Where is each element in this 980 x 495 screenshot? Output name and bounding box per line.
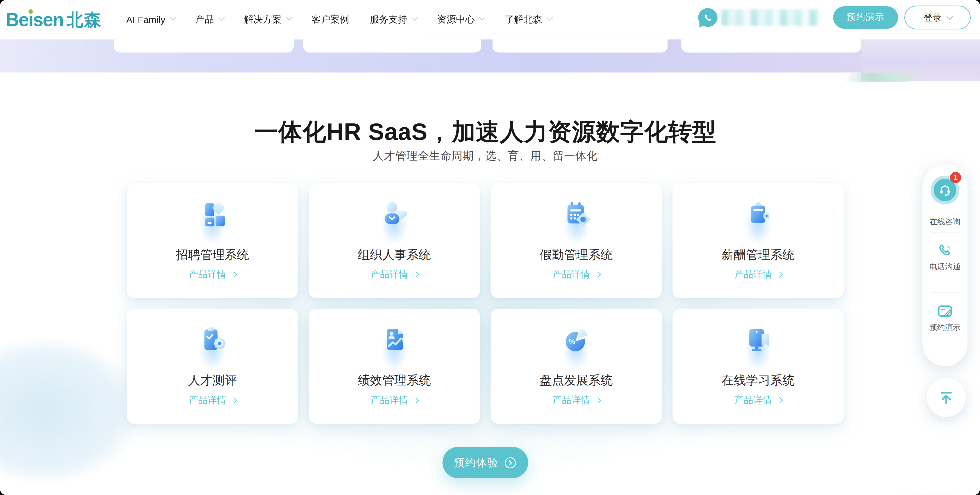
book-trial-button[interactable]: 预约体验 — [442, 447, 528, 478]
partial-card — [681, 40, 861, 53]
product-detail-link[interactable]: 产品详情 — [490, 394, 662, 406]
product-grid: 招聘管理系统 产品详情 组织人事系统 产品详情 — [127, 183, 844, 423]
chevron-right-icon — [231, 397, 237, 403]
product-card-attendance[interactable]: 假勤管理系统 产品详情 — [490, 183, 662, 298]
product-card-performance[interactable]: 绩效管理系统 产品详情 — [309, 309, 480, 424]
nav-item-customer-cases[interactable]: 客户案例 — [312, 14, 349, 25]
chevron-down-icon — [169, 14, 176, 21]
product-card-compensation[interactable]: 薪酬管理系统 产品详情 — [673, 183, 844, 298]
nav-item-resource-center[interactable]: 资源中心 — [437, 14, 484, 25]
clipboard-gear-icon — [197, 325, 228, 356]
product-detail-link[interactable]: 产品详情 — [127, 269, 298, 280]
product-detail-link[interactable]: 产品详情 — [673, 269, 844, 280]
wallet-icon — [743, 199, 774, 230]
product-detail-link[interactable]: 产品详情 — [309, 394, 480, 406]
chevron-down-icon — [286, 14, 292, 21]
top-navigation-bar: Beısen 北森 AI Family 产品 解决方案 客户案例 服务支持 资源… — [0, 0, 980, 40]
product-card-talent-review[interactable]: % 盘点发展系统 产品详情 — [490, 309, 662, 424]
floating-contact-toolbar: 1 在线咨询 电话沟通 预约演示 — [923, 164, 967, 366]
arrow-up-icon — [938, 389, 955, 406]
main-nav: AI Family 产品 解决方案 客户案例 服务支持 资源中心 了解北森 — [126, 0, 552, 40]
divider — [931, 292, 959, 292]
report-chart-icon — [379, 325, 410, 356]
logo-wordmark: Beısen — [6, 9, 64, 30]
product-card-core-hr[interactable]: 组织人事系统 产品详情 — [309, 183, 480, 298]
page-title: 一体化HR SaaS，加速人力资源数字化转型 — [127, 116, 844, 148]
chevron-right-icon — [595, 272, 601, 278]
beisen-logo[interactable]: Beısen 北森 — [6, 0, 102, 40]
person-heart-icon — [379, 199, 410, 230]
background-bottom-blob — [784, 477, 980, 495]
beisen-homepage: Beısen 北森 AI Family 产品 解决方案 客户案例 服务支持 资源… — [0, 0, 980, 495]
chevron-down-icon — [411, 14, 418, 21]
logo-cjk: 北森 — [67, 8, 102, 31]
back-to-top-button[interactable] — [927, 378, 966, 417]
product-card-recruiting[interactable]: 招聘管理系统 产品详情 — [127, 183, 298, 298]
app-blocks-icon — [197, 199, 228, 230]
chevron-down-icon — [479, 14, 485, 21]
product-detail-link[interactable]: 产品详情 — [673, 394, 844, 406]
chevron-down-icon — [946, 13, 953, 19]
product-card-online-learning[interactable]: 在线学习系统 产品详情 — [673, 309, 844, 424]
form-pen-icon — [936, 302, 954, 320]
chevron-right-icon — [231, 272, 237, 278]
chevron-right-icon — [413, 272, 419, 278]
nav-item-solutions[interactable]: 解决方案 — [244, 14, 291, 25]
contact-phone — [698, 8, 819, 27]
chevron-down-icon — [546, 14, 552, 21]
book-demo-button[interactable]: 预约演示 — [833, 6, 898, 29]
page-subtitle: 人才管理全生命周期，选、育、用、留一体化 — [127, 148, 844, 163]
chevron-down-icon — [218, 14, 224, 21]
partial-card — [493, 40, 668, 53]
monitor-learning-icon — [743, 325, 774, 356]
chevron-right-icon — [595, 397, 601, 403]
product-detail-link[interactable]: 产品详情 — [490, 269, 662, 280]
product-detail-link[interactable]: 产品详情 — [127, 394, 298, 406]
partial-card — [303, 40, 481, 53]
calendar-gear-icon — [561, 199, 592, 230]
book-demo-side-button[interactable]: 预约演示 — [923, 302, 967, 333]
nav-item-about-beisen[interactable]: 了解北森 — [504, 14, 552, 25]
phone-number-redacted — [721, 10, 819, 25]
online-consult-button[interactable]: 1 在线咨询 — [923, 170, 967, 228]
phone-contact-button[interactable]: 电话沟通 — [923, 242, 967, 272]
svg-text:%: % — [569, 337, 575, 346]
product-card-assessment[interactable]: 人才测评 产品详情 — [127, 309, 298, 424]
pie-percent-icon: % — [561, 325, 592, 356]
phone-icon — [936, 242, 954, 259]
nav-item-ai-family[interactable]: AI Family — [126, 14, 175, 25]
login-button[interactable]: 登录 — [904, 6, 970, 30]
divider — [931, 232, 959, 232]
product-detail-link[interactable]: 产品详情 — [309, 269, 480, 280]
chevron-right-icon — [776, 397, 783, 403]
chevron-right-icon — [776, 272, 783, 278]
nav-item-products[interactable]: 产品 — [195, 14, 224, 25]
circle-arrow-right-icon — [504, 456, 517, 469]
chevron-right-icon — [413, 397, 419, 403]
logo-green-dot-icon — [29, 9, 33, 14]
partial-card — [114, 40, 294, 53]
nav-item-service-support[interactable]: 服务支持 — [370, 14, 417, 25]
notification-badge: 1 — [950, 172, 961, 183]
phone-bubble-icon — [698, 8, 718, 27]
